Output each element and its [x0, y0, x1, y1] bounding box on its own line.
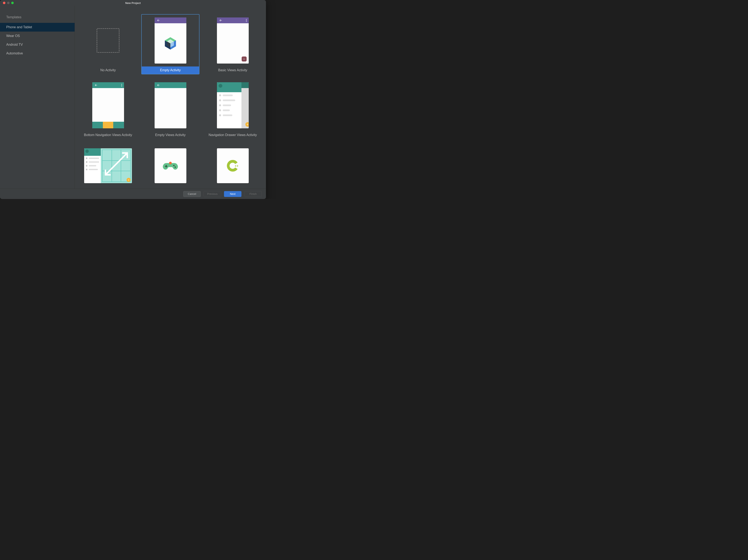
svg-text:++: ++ — [235, 164, 238, 168]
phone-body — [155, 23, 186, 64]
back-arrow-icon — [157, 19, 160, 22]
template-card-responsive-views-activity[interactable]: + — [79, 144, 137, 183]
appbar — [241, 82, 249, 88]
appbar — [155, 18, 186, 23]
previous-button: Previous — [204, 191, 221, 197]
phone-preview: + — [217, 18, 249, 64]
appbar — [92, 82, 124, 88]
template-card-empty-activity[interactable]: Empty Activity — [141, 14, 200, 74]
template-label: Empty Views Activity — [142, 131, 199, 139]
titlebar: New Project — [0, 0, 266, 6]
phone-preview — [155, 18, 186, 64]
svg-point-12 — [169, 162, 172, 165]
sidebar-heading: Templates — [0, 12, 75, 23]
appbar — [155, 82, 186, 88]
template-grid-container: No Activity — [75, 6, 266, 189]
thumbnail: + — [79, 144, 137, 182]
fab-add-icon: + — [126, 178, 131, 182]
template-card-game-activity[interactable] — [141, 144, 200, 183]
sidebar-item-phone-and-tablet[interactable]: Phone and Tablet — [0, 23, 75, 31]
phone-preview — [92, 82, 124, 128]
list-header — [84, 148, 101, 156]
phone-body: + — [217, 23, 249, 64]
resize-arrow-icon — [102, 150, 131, 178]
template-card-basic-views-activity[interactable]: + Basic Views Activity — [204, 14, 262, 74]
appbar — [217, 18, 249, 23]
list — [84, 156, 101, 172]
svg-point-10 — [173, 165, 175, 166]
thumbnail — [142, 15, 199, 67]
finish-button: Finish — [244, 191, 262, 197]
template-label: Navigation Drawer Views Activity — [204, 131, 261, 139]
template-label: Basic Views Activity — [204, 67, 261, 74]
svg-rect-9 — [165, 166, 167, 167]
cpp-icon: ++ — [225, 157, 241, 174]
cancel-button[interactable]: Cancel — [183, 191, 201, 197]
drawer-scrim: + — [241, 82, 249, 128]
phone-preview: + — [217, 82, 249, 128]
new-project-dialog: New Project Templates Phone and Tablet W… — [0, 0, 266, 199]
phone-preview — [155, 82, 186, 128]
phone-preview — [155, 148, 186, 183]
template-grid: No Activity — [79, 14, 262, 183]
thumbnail — [142, 144, 199, 182]
tablet-preview: + — [84, 148, 132, 183]
list-pane — [84, 148, 101, 183]
drawer-preview: + — [217, 82, 249, 128]
sidebar-item-wear-os[interactable]: Wear OS — [0, 31, 75, 40]
thumbnail: + — [204, 79, 261, 131]
drawer-header — [217, 82, 241, 92]
drawer-panel — [217, 82, 241, 128]
dashed-box-icon — [97, 28, 119, 53]
template-card-no-activity[interactable]: No Activity — [79, 14, 137, 74]
template-card-empty-views-activity[interactable]: Empty Views Activity — [141, 79, 200, 139]
phone-preview: ++ — [217, 148, 249, 183]
sidebar-item-android-tv[interactable]: Android TV — [0, 40, 75, 49]
thumbnail — [79, 79, 137, 131]
overflow-menu-icon — [246, 19, 247, 22]
sidebar: Templates Phone and Tablet Wear OS Andro… — [0, 6, 75, 189]
fab-add-icon: + — [242, 56, 247, 62]
dialog-footer: Cancel Previous Next Finish — [0, 189, 266, 199]
sidebar-item-automotive[interactable]: Automotive — [0, 49, 75, 58]
dialog-body: Templates Phone and Tablet Wear OS Andro… — [0, 6, 266, 189]
template-label: Empty Activity — [142, 67, 199, 74]
bottom-nav-bar — [92, 122, 124, 128]
template-card-native-cpp[interactable]: ++ — [204, 144, 262, 183]
overflow-menu-icon — [121, 84, 122, 87]
fab-add-icon: + — [246, 122, 249, 127]
detail-pane: + — [101, 148, 132, 183]
template-label: No Activity — [79, 67, 137, 74]
thumbnail — [79, 15, 137, 67]
back-arrow-icon — [157, 83, 160, 87]
thumbnail: + — [204, 15, 261, 67]
thumbnail — [142, 79, 199, 131]
next-button[interactable]: Next — [224, 191, 241, 197]
back-arrow-icon — [219, 19, 222, 22]
template-card-navigation-drawer-views-activity[interactable]: + Navigation Drawer Views Activity — [204, 79, 262, 139]
back-arrow-icon — [94, 83, 98, 87]
game-controller-icon — [162, 160, 179, 171]
thumbnail: ++ — [204, 144, 261, 182]
phone-body — [155, 88, 186, 128]
drawer-list — [217, 92, 241, 118]
avatar-icon — [218, 84, 222, 88]
avatar-icon — [86, 150, 89, 153]
svg-line-7 — [106, 153, 127, 175]
phone-body — [92, 88, 124, 128]
svg-point-11 — [174, 166, 176, 168]
template-label: Bottom Navigation Views Activity — [79, 131, 137, 139]
jetpack-compose-icon — [163, 36, 178, 51]
dialog-title: New Project — [0, 1, 266, 5]
template-card-bottom-navigation-views-activity[interactable]: Bottom Navigation Views Activity — [79, 79, 137, 139]
